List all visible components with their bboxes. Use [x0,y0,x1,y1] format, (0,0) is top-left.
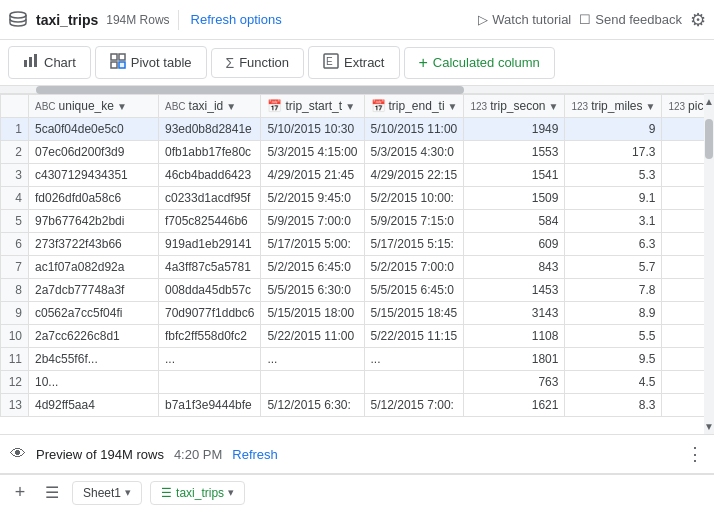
settings-button[interactable]: ⚙ [690,9,706,31]
table-row[interactable]: 4fd026dfd0a58c6c0233d1acdf95f5/2/2015 9:… [1,187,705,210]
table-row[interactable]: 82a7dcb77748a3f008dda45db57c5/5/2015 6:3… [1,279,705,302]
table-cell: 5/5/2015 6:30:0 [261,279,364,302]
table-row[interactable]: 9c0562a7cc5f04fi70d9077f1ddbc65/15/2015 … [1,302,705,325]
table-cell: 4d92ff5aa4 [29,394,159,417]
table-row[interactable]: 134d92ff5aa4b7a1f3e9444bfe5/12/2015 6:30… [1,394,705,417]
table-cell: 5/10/2015 11:00 [364,118,464,141]
col-header-trip-miles[interactable]: 123 trip_miles ▼ [565,95,662,118]
scroll-down-arrow[interactable]: ▼ [704,419,714,434]
refresh-options-button[interactable]: Refresh options [187,12,286,27]
horizontal-scrollbar[interactable] [0,86,714,94]
svg-text:E: E [326,56,333,67]
table-cell [662,233,704,256]
table-cell: 6 [1,233,29,256]
svg-point-0 [10,12,26,18]
col-header-pickup[interactable]: 123 pickup_c ▼ [662,95,704,118]
table-cell: 2b4c55f6f... [29,348,159,371]
svg-rect-5 [119,54,125,60]
col-header-trip-seconds[interactable]: 123 trip_secon ▼ [464,95,565,118]
table-cell: ... [261,348,364,371]
table-cell: 1541 [464,164,565,187]
table-cell: b7a1f3e9444bfe [159,394,261,417]
table-name: taxi_trips [36,12,98,28]
col-header-taxi-id[interactable]: ABC taxi_id ▼ [159,95,261,118]
pivot-table-button[interactable]: Pivot table [95,46,207,79]
taxi-trips-tab[interactable]: ☰ taxi_trips ▾ [150,481,245,505]
table-cell [662,210,704,233]
table-row[interactable]: 15ca0f04de0e5c093ed0b8d2841e5/10/2015 10… [1,118,705,141]
divider [178,10,179,30]
table-cell: 609 [464,233,565,256]
table-cell: c0562a7cc5f04fi [29,302,159,325]
table-cell: 5/17/2015 5:15: [364,233,464,256]
table-cell [662,118,704,141]
svg-rect-1 [24,60,27,67]
extract-button[interactable]: E Extract [308,46,399,79]
table-cell: 273f3722f43b66 [29,233,159,256]
sheet1-tab[interactable]: Sheet1 ▾ [72,481,142,505]
filter-icon: ▼ [117,101,127,112]
table-cell: ... [159,348,261,371]
scrollbar-thumb-v[interactable] [705,119,713,159]
table-cell: 5/22/2015 11:15 [364,325,464,348]
filter-icon-5: ▼ [549,101,559,112]
table-cell: 5ca0f04de0e5c0 [29,118,159,141]
table-cell: f705c825446b6 [159,210,261,233]
table-row[interactable]: 207ec06d200f3d90fb1abb17fe80c5/3/2015 4:… [1,141,705,164]
table-cell: 12 [1,371,29,394]
table-cell: 5/2/2015 7:00:0 [364,256,464,279]
watch-tutorial-link[interactable]: ▷ Watch tutorial [478,12,571,27]
table-cell [662,394,704,417]
table-cell: 2a7dcb77748a3f [29,279,159,302]
table-cell: 5/17/2015 5:00: [261,233,364,256]
col-header-trip-end[interactable]: 📅 trip_end_ti ▼ [364,95,464,118]
table-cell: 10 [1,325,29,348]
table-cell: fd026dfd0a58c6 [29,187,159,210]
calculated-column-button[interactable]: + Calculated column [404,47,555,79]
svg-rect-4 [111,54,117,60]
preview-time: 4:20 PM [174,447,222,462]
chart-button[interactable]: Chart [8,46,91,79]
preview-refresh-button[interactable]: Refresh [232,447,278,462]
scrollbar-thumb[interactable] [36,86,464,94]
table-cell [662,302,704,325]
table-cell [662,256,704,279]
table-cell: 4a3ff87c5a5781 [159,256,261,279]
table-cell: 5/3/2015 4:15:00 [261,141,364,164]
more-options-icon[interactable]: ⋮ [686,443,704,465]
table-cell: 919ad1eb29141 [159,233,261,256]
table-cell [662,348,704,371]
table-row[interactable]: 597b677642b2bdif705c825446b65/9/2015 7:0… [1,210,705,233]
table-cell [662,325,704,348]
svg-rect-7 [119,62,125,68]
table-cell: 1949 [464,118,565,141]
table-row[interactable]: 1210...7634.5 [1,371,705,394]
table-cell: 8.9 [565,302,662,325]
table-cell: 5 [1,210,29,233]
table-scroll-area[interactable]: ABC unique_ke ▼ ABC taxi_id ▼ [0,94,704,434]
plus-icon: + [419,54,428,72]
table-cell: 13 [1,394,29,417]
add-sheet-button[interactable]: + [8,481,32,505]
scroll-up-arrow[interactable]: ▲ [704,94,714,109]
table-cell: 5/9/2015 7:15:0 [364,210,464,233]
send-feedback-button[interactable]: ☐ Send feedback [579,12,682,27]
table-cell: 763 [464,371,565,394]
list-sheets-button[interactable]: ☰ [40,481,64,505]
table-cell: 5/2/2015 9:45:0 [261,187,364,210]
table-row[interactable]: 7ac1f07a082d92a4a3ff87c5a57815/2/2015 6:… [1,256,705,279]
table-cell [261,371,364,394]
function-button[interactable]: Σ Function [211,48,305,78]
col-header-trip-start[interactable]: 📅 trip_start_t ▼ [261,95,364,118]
col-header-unique-key[interactable]: ABC unique_ke ▼ [29,95,159,118]
data-table: ABC unique_ke ▼ ABC taxi_id ▼ [0,94,704,417]
table-cell: 1509 [464,187,565,210]
table-row[interactable]: 3c430712943435146cb4badd64234/29/2015 21… [1,164,705,187]
vertical-scrollbar[interactable]: ▲ ▼ [704,94,714,434]
svg-rect-2 [29,57,32,67]
chart-icon [23,53,39,72]
table-cell: 5/5/2015 6:45:0 [364,279,464,302]
table-row[interactable]: 102a7cc6226c8d1fbfc2ff558d0fc25/22/2015 … [1,325,705,348]
table-row[interactable]: 112b4c55f6f............18019.5 [1,348,705,371]
table-row[interactable]: 6273f3722f43b66919ad1eb291415/17/2015 5:… [1,233,705,256]
